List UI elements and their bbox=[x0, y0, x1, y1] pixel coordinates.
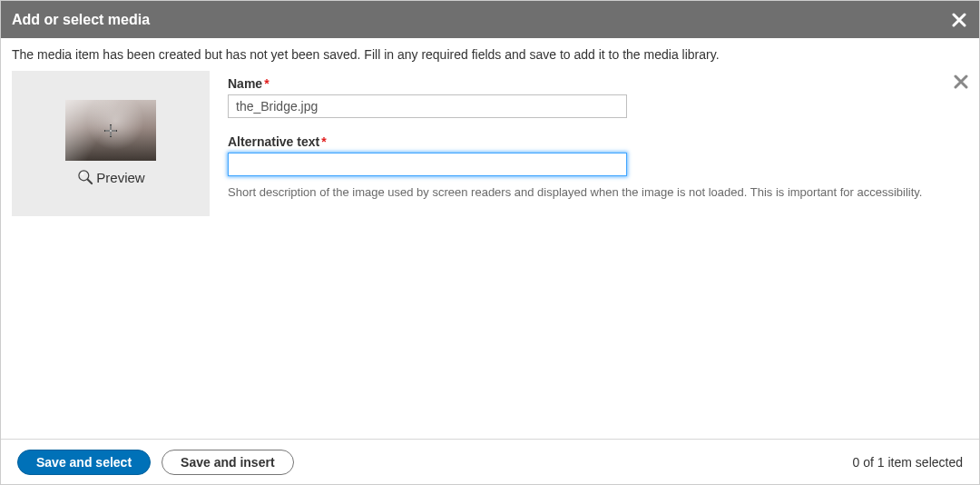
magnifier-icon bbox=[76, 168, 94, 186]
remove-item-button[interactable] bbox=[954, 74, 968, 92]
preview-label: Preview bbox=[96, 170, 144, 185]
alt-text-label: Alternative text* bbox=[228, 134, 968, 149]
media-item-row: Preview Name* Alternative text* Short de… bbox=[12, 71, 968, 216]
svg-point-5 bbox=[81, 172, 83, 175]
name-label: Name* bbox=[228, 76, 968, 91]
dialog-header: Add or select media bbox=[1, 1, 979, 38]
preview-link[interactable]: Preview bbox=[76, 168, 144, 186]
thumbnail-panel: Preview bbox=[12, 71, 210, 216]
close-icon bbox=[954, 74, 968, 89]
footer-actions: Save and select Save and insert bbox=[17, 450, 294, 475]
close-button[interactable] bbox=[952, 13, 966, 27]
save-and-insert-button[interactable]: Save and insert bbox=[162, 450, 294, 475]
dialog-footer: Save and select Save and insert 0 of 1 i… bbox=[1, 439, 979, 484]
alt-text-help: Short description of the image used by s… bbox=[228, 185, 968, 199]
info-text: The media item has been created but has … bbox=[12, 47, 968, 62]
alt-text-input[interactable] bbox=[228, 153, 627, 176]
required-marker: * bbox=[264, 76, 269, 91]
thumbnail-image[interactable] bbox=[65, 100, 156, 161]
dialog-title: Add or select media bbox=[12, 12, 150, 28]
svg-rect-3 bbox=[111, 124, 112, 136]
name-input[interactable] bbox=[228, 94, 627, 118]
close-icon bbox=[952, 13, 966, 27]
dialog-body: The media item has been created but has … bbox=[1, 38, 979, 439]
plus-icon bbox=[104, 124, 117, 137]
required-marker: * bbox=[321, 134, 326, 149]
selection-status: 0 of 1 item selected bbox=[853, 455, 963, 470]
save-and-select-button[interactable]: Save and select bbox=[17, 450, 151, 475]
media-form: Name* Alternative text* Short descriptio… bbox=[228, 71, 968, 199]
